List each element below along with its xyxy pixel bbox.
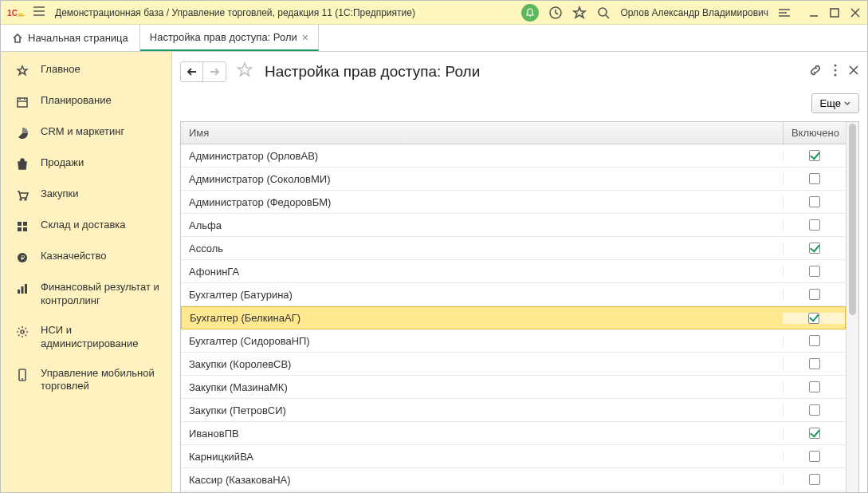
star-icon [15,64,29,78]
home-tab[interactable]: Начальная страница [1,25,140,51]
table-row[interactable]: АфонинГА [181,260,846,283]
sidebar-item-2[interactable]: CRM и маркетинг [1,117,171,148]
enabled-checkbox[interactable] [809,219,820,231]
sidebar-item-9[interactable]: Управление мобильной торговлей [1,359,171,402]
settings-button[interactable] [778,7,791,18]
table-row[interactable]: ИвановПВ [181,422,846,445]
enabled-checkbox[interactable] [809,289,820,300]
table-row[interactable]: Администратор (ФедоровБМ) [181,191,846,214]
bag-icon [15,157,29,172]
table-row[interactable]: Закупки (ПетровСИ) [181,399,846,422]
active-tab-label: Настройка прав доступа: Роли [150,31,297,43]
cell-name: Закупки (ПетровСИ) [181,404,784,416]
more-button[interactable]: Еще [811,93,859,113]
table-row[interactable]: КарницкийВА [181,445,846,468]
sidebar: ГлавноеПланированиеCRM и маркетингПродаж… [1,52,172,493]
svg-rect-3 [831,9,839,17]
sidebar-item-0[interactable]: Главное [1,55,171,86]
search-button[interactable] [596,6,611,20]
sidebar-item-label: Главное [41,63,162,77]
enabled-checkbox[interactable] [809,474,820,485]
enabled-checkbox[interactable] [809,451,820,462]
sidebar-item-5[interactable]: Склад и доставка [1,211,171,242]
cell-name: Закупки (МазинаМК) [181,381,784,393]
table-row[interactable]: Закупки (КоролевСВ) [181,353,846,376]
column-enabled[interactable]: Включено [784,122,846,144]
kebab-menu[interactable] [834,64,837,80]
cell-name: Администратор (СоколовМИ) [181,173,784,185]
cell-enabled [784,474,846,485]
table-row[interactable]: Бухгалтер (СидороваНП) [181,329,846,353]
cell-name: КарницкийВА [181,451,784,463]
favorite-toggle[interactable] [236,61,253,82]
enabled-checkbox[interactable] [809,266,820,277]
sidebar-item-4[interactable]: Закупки [1,179,171,211]
enabled-checkbox[interactable] [809,404,820,416]
enabled-checkbox[interactable] [809,243,820,254]
svg-point-6 [25,199,26,200]
tabbar: Начальная страница Настройка прав доступ… [1,25,867,52]
svg-rect-15 [25,284,27,294]
scrollbar[interactable] [846,122,858,493]
table-row[interactable]: Администратор (ОрловАВ) [181,144,846,168]
cell-name: Бухгалтер (БелкинаАГ) [182,312,783,324]
cell-enabled [784,381,846,392]
close-window-button[interactable] [850,7,861,18]
sidebar-item-8[interactable]: НСИ и администрирование [1,316,171,359]
enabled-checkbox[interactable] [809,150,820,161]
svg-rect-7 [18,222,22,226]
link-icon[interactable] [808,63,823,81]
cell-enabled [784,150,846,161]
table-row[interactable]: Ассоль [181,237,846,260]
history-button[interactable] [548,6,563,20]
forward-button[interactable] [203,62,226,81]
enabled-checkbox[interactable] [809,335,820,346]
enabled-checkbox[interactable] [809,358,820,369]
more-button-label: Еще [820,97,841,109]
nav-buttons [180,61,226,82]
table-row[interactable]: Кассир (КазаковаНА) [181,468,846,491]
notifications-button[interactable] [521,4,539,22]
grid-icon [15,219,29,234]
enabled-checkbox[interactable] [809,428,820,439]
current-user[interactable]: Орлов Александр Владимирович [620,7,768,18]
table-row[interactable]: Альфа [181,214,846,237]
enabled-checkbox[interactable] [809,196,820,207]
sidebar-item-3[interactable]: Продажи [1,148,171,179]
close-tab-button[interactable]: × [302,31,308,44]
favorites-button[interactable] [572,6,587,20]
sidebar-item-label: Закупки [41,187,162,201]
cell-enabled [784,173,846,184]
table-row[interactable]: Администратор (СоколовМИ) [181,168,846,191]
cell-name: АфонинГА [181,266,784,278]
cell-name: Кассир (КазаковаНА) [181,474,784,486]
maximize-button[interactable] [829,7,840,18]
sidebar-item-label: Продажи [41,156,162,170]
cell-name: Администратор (ОрловАВ) [181,150,784,162]
scrollbar-thumb[interactable] [849,124,856,315]
svg-point-19 [834,69,836,71]
svg-point-16 [21,330,24,333]
sidebar-item-6[interactable]: ₽Казначейство [1,242,171,273]
content-header: Настройка прав доступа: Роли [180,58,859,89]
enabled-checkbox[interactable] [809,173,820,184]
cell-name: ИвановПВ [181,428,784,440]
cell-name: Ассоль [181,243,784,254]
cell-enabled [784,358,846,369]
cell-name: Альфа [181,219,784,231]
sidebar-item-label: Казначейство [41,250,162,263]
table-row[interactable]: Закупки (МазинаМК) [181,376,846,399]
column-name[interactable]: Имя [181,122,784,144]
sidebar-item-7[interactable]: Финансовый результат и контроллинг [1,273,171,316]
table-row[interactable]: Бухгалтер (БелкинаАГ) [181,306,846,329]
close-panel-button[interactable] [848,65,859,79]
active-tab[interactable]: Настройка прав доступа: Роли × [140,25,319,51]
table-row[interactable]: Бухгалтер (Батурина) [181,283,846,306]
minimize-button[interactable] [808,7,819,18]
back-button[interactable] [181,62,203,81]
phone-icon [15,368,29,382]
enabled-checkbox[interactable] [809,381,820,392]
enabled-checkbox[interactable] [808,313,819,324]
main-menu-button[interactable] [33,6,45,19]
sidebar-item-1[interactable]: Планирование [1,86,171,117]
